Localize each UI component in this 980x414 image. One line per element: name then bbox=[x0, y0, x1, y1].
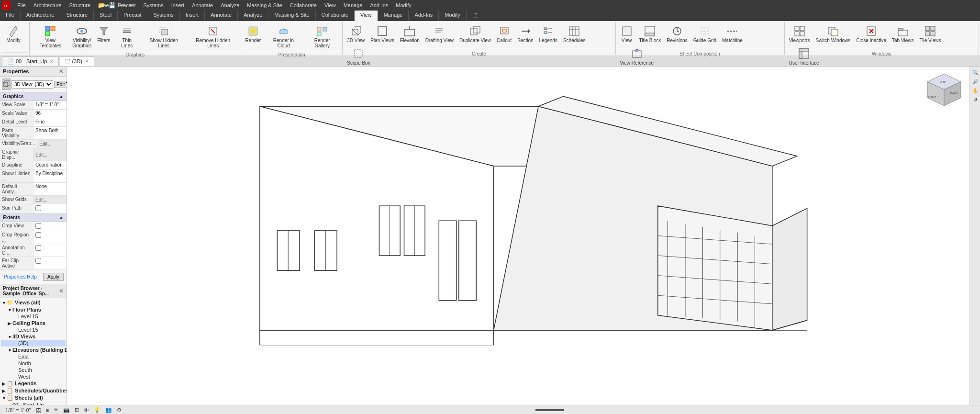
qa-redo[interactable]: ↪ bbox=[126, 1, 135, 10]
tree-3d-views[interactable]: ▼3D Views bbox=[1, 333, 66, 340]
menu-manage[interactable]: Manage bbox=[340, 1, 367, 9]
tree-3d-item[interactable]: (3D) bbox=[1, 340, 66, 347]
tab-precast[interactable]: Precast bbox=[118, 11, 147, 21]
tree-legends[interactable]: ▶📋 Legends bbox=[1, 380, 66, 387]
crop-view-checkbox[interactable] bbox=[35, 223, 41, 229]
tab-insert[interactable]: Insert bbox=[180, 11, 205, 21]
tree-elevations[interactable]: ▼Elevations (Building Elevation) bbox=[1, 347, 66, 353]
view-type-dropdown[interactable]: 3D View: (3D) bbox=[11, 80, 53, 89]
qa-open[interactable]: 📁 bbox=[96, 1, 107, 10]
close-inactive-button[interactable]: Close Inactive bbox=[854, 23, 889, 45]
tree-floor-plans[interactable]: ▼Floor Plans bbox=[1, 306, 66, 313]
tab-extra[interactable]: ⬚ bbox=[467, 11, 483, 21]
zoom-in-button[interactable]: 🔍 bbox=[971, 68, 979, 76]
pan-button[interactable]: ✋ bbox=[971, 87, 979, 94]
revisions-button[interactable]: Revisions bbox=[664, 23, 690, 45]
visibility-edit-button[interactable]: Edit... bbox=[37, 140, 67, 148]
render-gallery-button[interactable]: Render Gallery bbox=[304, 23, 340, 50]
tree-views-all[interactable]: ▼📁 Views (all) bbox=[1, 299, 66, 306]
tab-systems[interactable]: Systems bbox=[147, 11, 179, 21]
doc-tab-3d[interactable]: ⬚ (3D) ✕ bbox=[60, 56, 94, 66]
schedules-button[interactable]: Schedules bbox=[561, 23, 588, 45]
doc-tab-startup-close[interactable]: ✕ bbox=[50, 59, 54, 64]
doc-tab-startup[interactable]: 📄 00 - Start_Up ✕ bbox=[2, 56, 59, 66]
tab-massing[interactable]: Massing & Site bbox=[268, 11, 315, 21]
tree-schedules[interactable]: ▶📋 Schedules/Quantities (all) bbox=[1, 387, 66, 394]
title-block-button[interactable]: Title Block bbox=[637, 23, 664, 45]
tab-analyze[interactable]: Analyze bbox=[238, 11, 268, 21]
crop-region-checkbox[interactable] bbox=[35, 232, 41, 238]
qa-undo[interactable]: ↩ bbox=[118, 1, 126, 10]
elevation-button[interactable]: Elevation bbox=[398, 23, 422, 45]
tree-east[interactable]: East bbox=[1, 353, 66, 360]
modify-button[interactable]: Modify bbox=[3, 23, 24, 45]
menu-collaborate[interactable]: Collaborate bbox=[286, 1, 321, 9]
tab-structure[interactable]: Structure bbox=[60, 11, 94, 21]
doc-tab-3d-close[interactable]: ✕ bbox=[85, 58, 89, 64]
tab-collaborate[interactable]: Collaborate bbox=[316, 11, 355, 21]
show-grids-button[interactable]: Edit... bbox=[33, 196, 67, 204]
menu-analyze[interactable]: Analyze bbox=[217, 1, 243, 9]
tab-steel[interactable]: Steel bbox=[94, 11, 118, 21]
duplicate-view-button[interactable]: Duplicate View bbox=[457, 23, 493, 45]
reveal-hidden-icon[interactable]: 👁 bbox=[82, 407, 90, 414]
render-profile-button[interactable]: Render bbox=[243, 23, 263, 45]
temp-hide-icon[interactable]: 💡 bbox=[92, 406, 102, 414]
tree-sheets[interactable]: ▼📋 Sheets (all) bbox=[1, 394, 66, 402]
menu-view[interactable]: View bbox=[321, 1, 340, 9]
viewport[interactable]: TOP FRONT BACK 🔍 🔎 ✋ ↺ bbox=[67, 67, 980, 405]
graphics-section[interactable]: Graphics ▲ bbox=[0, 92, 67, 101]
tree-ceiling-plans[interactable]: ▶Ceiling Plans bbox=[1, 320, 66, 326]
design-options-icon[interactable]: ⚙ bbox=[115, 406, 123, 414]
tab-manage[interactable]: Manage bbox=[378, 11, 409, 21]
orbit-button[interactable]: ↺ bbox=[971, 96, 979, 103]
tree-north[interactable]: North bbox=[1, 360, 66, 367]
view-button[interactable]: View bbox=[618, 23, 636, 45]
tab-view[interactable]: View bbox=[355, 11, 378, 21]
tab-views-button[interactable]: Tab Views bbox=[890, 23, 916, 45]
tab-addins[interactable]: Add-Ins bbox=[409, 11, 439, 21]
legends-button[interactable]: Legends bbox=[537, 23, 560, 45]
callout-button[interactable]: Callout bbox=[494, 23, 514, 45]
visibility-graphics-button[interactable]: Visibility/Graphics bbox=[70, 23, 94, 50]
view-cube[interactable]: TOP FRONT BACK bbox=[923, 71, 966, 114]
extents-section[interactable]: Extents ▲ bbox=[0, 213, 67, 222]
far-clip-checkbox[interactable] bbox=[35, 258, 41, 264]
qa-save[interactable]: 💾 bbox=[107, 1, 118, 10]
zoom-out-button[interactable]: 🔎 bbox=[971, 78, 979, 85]
view-templates-button[interactable]: View Templates bbox=[32, 23, 69, 50]
properties-close[interactable]: ✕ bbox=[59, 68, 64, 75]
tab-modify[interactable]: Modify bbox=[439, 11, 466, 21]
view-options-icon[interactable]: 🖼 bbox=[34, 407, 43, 414]
menu-massing[interactable]: Massing & Site bbox=[243, 1, 286, 9]
worksharing-icon[interactable]: 👥 bbox=[104, 406, 113, 414]
menu-addins[interactable]: Add-Ins bbox=[366, 1, 392, 9]
section-button[interactable]: Section bbox=[515, 23, 535, 45]
pb-close[interactable]: ✕ bbox=[59, 288, 64, 294]
tab-file[interactable]: File bbox=[0, 11, 21, 21]
show-hidden-button[interactable]: Show Hidden Lines bbox=[141, 23, 187, 50]
guide-grid-button[interactable]: Guide Grid bbox=[691, 23, 719, 45]
menu-architecture[interactable]: Architecture bbox=[30, 1, 66, 9]
menu-file[interactable]: File bbox=[13, 1, 30, 9]
tree-south[interactable]: South bbox=[1, 367, 66, 373]
tab-annotate[interactable]: Annotate bbox=[205, 11, 238, 21]
menu-insert[interactable]: Insert bbox=[167, 1, 189, 9]
render-cloud-button[interactable]: Render in Cloud bbox=[264, 23, 303, 50]
drafting-view-button[interactable]: Drafting View bbox=[423, 23, 456, 45]
switch-windows-button[interactable]: Switch Windows bbox=[813, 23, 853, 45]
sun-path-checkbox[interactable] bbox=[35, 205, 41, 211]
detail-level-icon[interactable]: ≡ bbox=[45, 407, 50, 414]
show-camera-icon[interactable]: 📷 bbox=[62, 406, 71, 414]
annotation-crop-checkbox[interactable] bbox=[35, 245, 41, 251]
menu-modify[interactable]: Modify bbox=[392, 1, 415, 9]
remove-hidden-button[interactable]: Remove Hidden Lines bbox=[188, 23, 239, 50]
tree-startup-sheet[interactable]: 00 - Start_Up bbox=[1, 402, 66, 405]
filters-button[interactable]: Filters bbox=[95, 23, 113, 45]
thin-lines-button[interactable]: Thin Lines bbox=[114, 23, 140, 50]
apply-button[interactable]: Apply bbox=[43, 273, 64, 281]
3d-view-button[interactable]: 3D View bbox=[345, 23, 367, 45]
tile-views-button[interactable]: Tile Views bbox=[917, 23, 943, 45]
crop-icon[interactable]: ⊞ bbox=[73, 406, 80, 414]
tree-floor-level15[interactable]: Level 15 bbox=[1, 313, 66, 320]
